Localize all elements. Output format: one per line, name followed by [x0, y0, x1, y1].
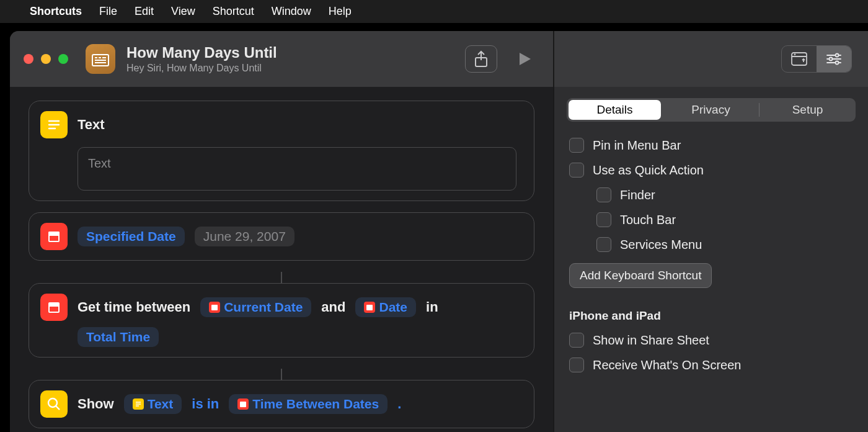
share-button[interactable] [465, 45, 497, 73]
menu-file[interactable]: File [99, 5, 117, 18]
window-zoom-button[interactable] [58, 54, 68, 64]
action-show[interactable]: Show Text is in Time Between Dates . [29, 380, 534, 428]
label-share-sheet: Show in Share Sheet [593, 333, 709, 348]
svg-rect-12 [50, 236, 58, 241]
svg-point-28 [830, 58, 833, 61]
shortcut-title: How Many Days Until [126, 44, 454, 61]
shortcut-subtitle: Hey Siri, How Many Days Until [126, 63, 454, 74]
checkbox-pin-menubar[interactable] [569, 138, 584, 153]
row-services: Services Menu [569, 232, 853, 257]
calendar-icon [40, 223, 68, 250]
menu-view[interactable]: View [171, 5, 195, 18]
inspector-pane: Details Privacy Setup Pin in Menu Bar Us… [554, 31, 868, 432]
text-mini-icon [133, 398, 144, 410]
tb-unit[interactable]: Total Time [78, 327, 159, 347]
menu-help[interactable]: Help [329, 5, 352, 18]
svg-rect-14 [50, 307, 58, 312]
svg-point-17 [48, 398, 57, 407]
calendar-mini-icon [237, 398, 249, 410]
tb-and: and [321, 299, 345, 315]
text-action-icon [40, 111, 68, 138]
svg-rect-11 [48, 232, 60, 235]
show-pre: Show [78, 396, 114, 412]
titlebar-actions [465, 45, 533, 73]
calendar-icon [40, 294, 68, 321]
inspector-toggle [781, 45, 852, 73]
checkbox-receive-screen[interactable] [569, 358, 584, 372]
connector-line [281, 369, 282, 380]
checkbox-services[interactable] [596, 237, 611, 252]
label-receive-screen: Receive What's On Screen [593, 358, 741, 372]
menu-window[interactable]: Window [272, 5, 311, 18]
calendar-mini-icon [364, 302, 375, 313]
svg-rect-16 [366, 305, 373, 310]
section-iphone-ipad: iPhone and iPad [569, 309, 853, 323]
row-pin-menubar: Pin in Menu Bar [569, 133, 853, 158]
shortcut-icon [86, 44, 115, 74]
editor-window: How Many Days Until Hey Siri, How Many D… [10, 31, 868, 432]
tab-details[interactable]: Details [569, 100, 661, 120]
main-pane: How Many Days Until Hey Siri, How Many D… [10, 31, 554, 432]
checkbox-touchbar[interactable] [596, 212, 611, 227]
label-finder: Finder [620, 188, 655, 202]
checkbox-share-sheet[interactable] [569, 333, 584, 348]
tb-param-current-date[interactable]: Current Date [200, 297, 311, 317]
show-param-text[interactable]: Text [124, 394, 182, 414]
action-text[interactable]: Text Text [29, 101, 534, 201]
system-menubar: Shortcuts File Edit View Shortcut Window… [0, 0, 868, 23]
tab-privacy[interactable]: Privacy [665, 100, 757, 120]
window-close-button[interactable] [24, 54, 33, 64]
specified-date-token[interactable]: Specified Date [78, 227, 185, 246]
checkbox-finder[interactable] [596, 187, 611, 202]
show-post: . [397, 396, 401, 412]
title-area: How Many Days Until Hey Siri, How Many D… [126, 44, 454, 74]
row-finder: Finder [569, 182, 853, 207]
window-minimize-button[interactable] [41, 54, 51, 64]
quicklook-icon [40, 390, 68, 418]
label-touchbar: Touch Bar [620, 213, 676, 227]
action-specified-date[interactable]: Specified Date June 29, 2007 [29, 212, 534, 261]
tb-in: in [426, 299, 438, 315]
tab-setup[interactable]: Setup [761, 100, 854, 120]
library-toggle[interactable] [782, 46, 817, 72]
specified-date-value[interactable]: June 29, 2007 [195, 227, 294, 246]
tab-separator [759, 103, 760, 117]
show-mid: is in [192, 396, 219, 412]
inspector-header [554, 31, 868, 87]
label-quick-action: Use as Quick Action [593, 163, 704, 178]
run-button[interactable] [516, 50, 533, 68]
svg-point-30 [836, 61, 839, 65]
svg-rect-15 [211, 305, 218, 310]
row-share-sheet: Show in Share Sheet [569, 328, 853, 353]
inspector-tabs: Details Privacy Setup [567, 98, 856, 122]
svg-rect-22 [240, 402, 246, 407]
svg-line-18 [56, 406, 60, 410]
svg-point-26 [836, 54, 839, 57]
row-touchbar: Touch Bar [569, 207, 853, 232]
calendar-mini-icon [209, 302, 220, 313]
action-time-between[interactable]: Get time between Current Date and Date i… [29, 283, 534, 358]
menu-shortcut[interactable]: Shortcut [213, 5, 254, 18]
workflow-canvas[interactable]: Text Text Specified Date June 29, 2007 [10, 87, 553, 432]
text-input-field[interactable]: Text [78, 147, 516, 191]
tb-param-date[interactable]: Date [355, 297, 416, 317]
show-param-time-between[interactable]: Time Between Dates [229, 394, 388, 414]
row-quick-action: Use as Quick Action [569, 158, 853, 182]
traffic-lights [24, 54, 68, 64]
connector-line [281, 272, 282, 283]
label-services: Services Menu [620, 238, 702, 252]
row-receive-screen: Receive What's On Screen [569, 353, 853, 377]
add-keyboard-shortcut-button[interactable]: Add Keyboard Shortcut [569, 263, 712, 288]
menu-edit[interactable]: Edit [135, 5, 154, 18]
checkbox-quick-action[interactable] [569, 163, 584, 178]
app-menu[interactable]: Shortcuts [30, 5, 82, 18]
details-content: Pin in Menu Bar Use as Quick Action Find… [554, 122, 868, 389]
label-pin-menubar: Pin in Menu Bar [593, 138, 681, 153]
action-text-label: Text [78, 117, 105, 133]
window-titlebar: How Many Days Until Hey Siri, How Many D… [10, 31, 553, 87]
svg-rect-23 [792, 53, 807, 65]
details-toggle[interactable] [817, 46, 851, 72]
tb-pre: Get time between [78, 299, 190, 315]
